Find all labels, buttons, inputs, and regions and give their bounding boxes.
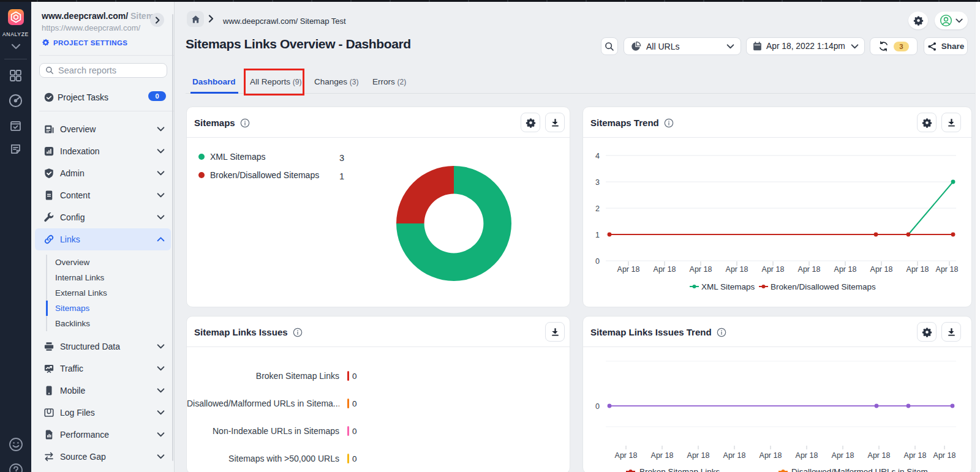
svg-text:Apr 18: Apr 18 <box>690 265 712 274</box>
svg-text:0: 0 <box>595 402 600 411</box>
svg-text:XML Sitemaps: XML Sitemaps <box>701 282 755 291</box>
svg-text:Apr 18: Apr 18 <box>760 451 782 460</box>
svg-text:Apr 18: Apr 18 <box>687 451 710 460</box>
svg-text:4: 4 <box>595 152 600 160</box>
svg-text:Apr 18: Apr 18 <box>798 265 821 274</box>
svg-text:Apr 18: Apr 18 <box>868 451 891 460</box>
svg-text:Apr 18: Apr 18 <box>654 265 676 274</box>
svg-text:Apr 18: Apr 18 <box>615 451 638 460</box>
svg-text:Apr 18: Apr 18 <box>834 265 857 274</box>
svg-text:3: 3 <box>595 178 600 187</box>
svg-text:Apr 18: Apr 18 <box>936 265 959 274</box>
svg-text:Apr 18: Apr 18 <box>723 451 746 460</box>
svg-text:Broken Sitemap Links: Broken Sitemap Links <box>639 467 720 472</box>
svg-text:Disallowed/Malformed URLs in S: Disallowed/Malformed URLs in Sitem <box>791 467 928 472</box>
svg-text:Broken/Disallowed Sitemaps: Broken/Disallowed Sitemaps <box>771 282 876 291</box>
svg-text:Apr 18: Apr 18 <box>907 265 929 274</box>
svg-text:Apr 18: Apr 18 <box>796 451 818 460</box>
svg-text:1: 1 <box>595 231 600 239</box>
svg-text:Apr 18: Apr 18 <box>726 265 748 274</box>
svg-text:Apr 18: Apr 18 <box>870 265 893 274</box>
svg-text:2: 2 <box>595 204 600 213</box>
svg-text:Apr 18: Apr 18 <box>651 451 674 460</box>
svg-text:Apr 18: Apr 18 <box>933 451 956 460</box>
svg-text:Apr 18: Apr 18 <box>832 451 854 460</box>
svg-text:0: 0 <box>595 257 600 266</box>
svg-text:Apr 18: Apr 18 <box>762 265 785 274</box>
svg-text:Apr 18: Apr 18 <box>904 451 927 460</box>
svg-text:Apr 18: Apr 18 <box>617 265 640 274</box>
